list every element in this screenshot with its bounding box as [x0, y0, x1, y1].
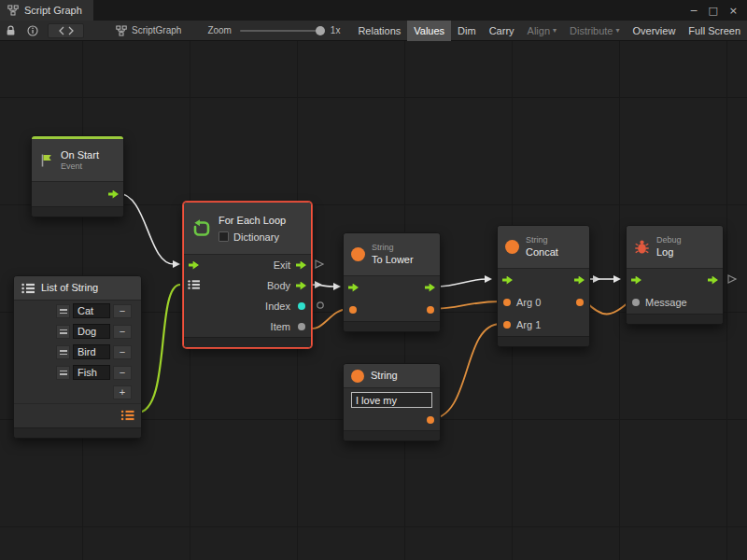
flow-out-port[interactable]: [708, 276, 718, 285]
for-each-row-item: Item: [184, 316, 311, 337]
unity-script-graph-window: On Start Event List of String −: [0, 0, 747, 560]
log-header: Debug Log: [627, 226, 723, 269]
full-screen-button[interactable]: Full Screen: [682, 21, 747, 41]
drag-handle-icon[interactable]: [56, 304, 70, 318]
log-message-row: Message: [627, 291, 723, 314]
result-out-port[interactable]: [576, 299, 584, 306]
node-footer: [14, 427, 141, 438]
string-out-port[interactable]: [427, 416, 434, 424]
arg0-port[interactable]: [503, 299, 511, 306]
close-button[interactable]: ×: [729, 5, 738, 17]
script-graph-icon: [116, 25, 127, 36]
on-start-header: On Start Event: [32, 139, 123, 182]
list-item-input[interactable]: [73, 303, 110, 318]
concat-arg0-row: Arg 0: [498, 291, 589, 314]
list-item-row: −: [14, 362, 141, 383]
node-category: Debug: [656, 235, 682, 245]
list-item-row: −: [14, 301, 141, 321]
values-button[interactable]: Values: [407, 21, 451, 41]
toolbar-buttons: Relations Values Dim Carry Align▾ Distri…: [351, 21, 747, 41]
flow-in-port[interactable]: [189, 261, 199, 270]
code-preview-button[interactable]: [48, 23, 84, 38]
add-item-button[interactable]: +: [113, 385, 132, 399]
list-output-row: [14, 403, 141, 427]
string-in-port[interactable]: [349, 306, 357, 314]
remove-item-button[interactable]: −: [113, 345, 132, 359]
info-button[interactable]: [21, 21, 44, 41]
node-for-each-loop[interactable]: For Each Loop Dictionary Exit: [183, 202, 312, 348]
graph-breadcrumb[interactable]: ScriptGraph: [116, 25, 181, 36]
lock-button[interactable]: [0, 21, 21, 41]
exit-port[interactable]: [296, 261, 306, 270]
node-title: List of String: [41, 281, 98, 294]
arg1-port[interactable]: [503, 321, 511, 329]
node-on-start[interactable]: On Start Event: [31, 135, 124, 217]
flow-in-port[interactable]: [348, 284, 359, 292]
remove-item-button[interactable]: −: [113, 325, 132, 339]
node-title: For Each Loop: [218, 214, 286, 227]
remove-item-button[interactable]: −: [113, 304, 132, 318]
node-debug-log[interactable]: Debug Log Message: [626, 225, 724, 325]
drag-handle-icon[interactable]: [56, 366, 70, 380]
relations-button[interactable]: Relations: [351, 21, 407, 41]
message-label: Message: [645, 297, 687, 308]
concat-header: String Concat: [498, 226, 589, 269]
distribute-button[interactable]: Distribute▾: [563, 21, 626, 41]
list-item-input[interactable]: [73, 365, 110, 380]
node-concat[interactable]: String Concat Arg 0 Arg 1: [497, 225, 590, 347]
body-port[interactable]: [296, 282, 306, 290]
for-each-header: For Each Loop Dictionary: [184, 203, 311, 255]
drag-handle-icon[interactable]: [56, 325, 70, 339]
for-each-row-body: Body: [184, 275, 311, 296]
dim-button[interactable]: Dim: [451, 21, 483, 41]
remove-item-button[interactable]: −: [113, 366, 132, 380]
for-each-row-index: Index: [184, 296, 311, 316]
flow-out-port[interactable]: [574, 276, 585, 285]
for-each-row-exit: Exit: [184, 255, 311, 275]
exit-port-label: Exit: [274, 259, 290, 271]
node-list-of-string[interactable]: List of String − − − − +: [13, 275, 142, 439]
to-lower-value-row: [344, 299, 440, 321]
list-header: List of String: [14, 276, 141, 301]
result-out-port[interactable]: [427, 306, 434, 314]
drag-handle-icon[interactable]: [56, 345, 70, 359]
flow-in-port[interactable]: [631, 276, 641, 285]
to-lower-flow-row: [344, 276, 440, 299]
flow-out-port[interactable]: [108, 190, 119, 199]
window-controls: ─ □ ×: [691, 5, 747, 17]
message-port[interactable]: [632, 299, 640, 306]
item-port[interactable]: [298, 323, 305, 330]
node-string-literal[interactable]: String: [343, 363, 441, 441]
to-lower-header: String To Lower: [344, 233, 440, 276]
list-out-port[interactable]: [120, 410, 134, 423]
dictionary-checkbox[interactable]: [218, 231, 229, 242]
carry-button[interactable]: Carry: [483, 21, 521, 41]
list-add-row: +: [14, 383, 141, 403]
zoom-slider[interactable]: [240, 30, 322, 32]
node-title: Concat: [526, 245, 558, 259]
flow-out-port[interactable]: [425, 284, 435, 292]
flow-in-port[interactable]: [502, 276, 513, 285]
align-button[interactable]: Align▾: [521, 21, 563, 41]
list-item-row: −: [14, 342, 141, 362]
list-item-input[interactable]: [73, 324, 110, 339]
maximize-button[interactable]: □: [708, 5, 717, 17]
string-type-icon: [351, 370, 364, 383]
zoom-value: 1x: [331, 25, 341, 35]
tab-script-graph[interactable]: Script Graph: [0, 0, 93, 21]
body-port-label: Body: [267, 280, 290, 291]
concat-arg1-row: Arg 1: [498, 314, 589, 336]
zoom-slider-knob[interactable]: [316, 26, 325, 35]
index-port[interactable]: [298, 302, 305, 310]
string-type-icon: [505, 240, 519, 254]
minimize-button[interactable]: ─: [691, 5, 698, 17]
on-start-port-row: [32, 182, 123, 206]
list-item-input[interactable]: [73, 344, 110, 359]
graph-toolbar: ScriptGraph Zoom 1x Relations Values Dim…: [0, 21, 747, 41]
node-footer: [184, 337, 311, 347]
collection-in-port[interactable]: [188, 280, 200, 292]
overview-button[interactable]: Overview: [627, 21, 683, 41]
string-value-input[interactable]: [351, 392, 432, 408]
node-to-lower[interactable]: String To Lower: [343, 232, 441, 332]
caret-down-icon: ▾: [616, 27, 620, 35]
